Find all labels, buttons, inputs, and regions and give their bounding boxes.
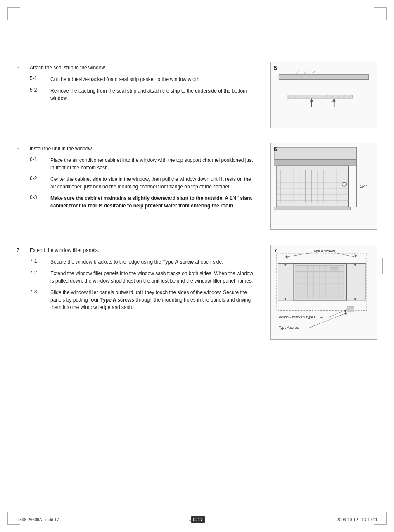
diagram-5-label: 5: [274, 65, 277, 71]
footer-datetime: 2006-10-12 10:19:11: [337, 518, 377, 522]
footer-file: D898-26609A_.indd 17: [17, 518, 59, 522]
substep-6-2-number: 6-2: [30, 176, 50, 190]
section-7-header: 7 Extend the window filler panels.: [17, 245, 254, 253]
svg-text:Type  A  screws: Type A screws: [312, 249, 336, 253]
svg-rect-60: [278, 264, 293, 300]
svg-point-39: [342, 182, 347, 186]
substep-5-2: 5-2 Remove the backing from the seal str…: [17, 87, 254, 102]
substep-7-3-text: Slide the window filler panels outward u…: [50, 289, 254, 311]
substep-6-3-text: Make sure the cabinet maintains a slight…: [50, 195, 254, 209]
section-7-row: 7 Extend the window filler panels. 7-1 S…: [17, 245, 377, 346]
content: 5 Attach the seal strip to the window. 5…: [17, 12, 377, 354]
substep-7-1: 7-1 Secure the window brackets to the le…: [17, 258, 254, 266]
section-6-instructions: 6 Install the unit in the window. 6-1 Pl…: [17, 143, 262, 236]
substep-7-2-number: 7-2: [30, 270, 50, 285]
substep-7-2: 7-2 Extend the window filler panels into…: [17, 270, 254, 285]
footer: D898-26609A_.indd 17 E-17 2006-10-12 10:…: [17, 516, 377, 523]
page: 5 Attach the seal strip to the window. 5…: [0, 0, 394, 532]
svg-rect-59: [330, 268, 338, 271]
svg-point-69: [354, 264, 356, 266]
svg-rect-21: [275, 147, 356, 160]
substep-7-1-text: Secure the window brackets to the ledge …: [50, 258, 223, 266]
svg-line-72: [329, 310, 347, 318]
svg-marker-64: [285, 255, 288, 259]
substep-5-1-text: Cut the adhesive-backed foam seal strip …: [50, 76, 201, 83]
substep-7-1-number: 7-1: [30, 258, 50, 266]
section-5-header: 5 Attach the seal strip to the window.: [17, 62, 254, 71]
diagram-6-label: 6: [274, 146, 277, 152]
svg-point-67: [284, 264, 286, 266]
svg-point-68: [284, 298, 286, 300]
svg-marker-66: [354, 254, 358, 257]
svg-marker-15: [310, 98, 313, 102]
section-6-header: 6 Install the unit in the window.: [17, 143, 254, 152]
section-6-number: 6: [17, 146, 22, 152]
substep-6-1-number: 6-1: [30, 157, 50, 171]
svg-rect-40: [275, 207, 350, 210]
substep-5-2-text: Remove the backing from the seal strip a…: [50, 87, 254, 102]
substep-6-2-text: Center the cabinet side to side in the w…: [50, 176, 254, 190]
svg-rect-61: [347, 264, 366, 300]
diagram-5-box: 5: [270, 62, 377, 128]
svg-marker-17: [332, 98, 336, 102]
diagram-5-col: 5: [262, 62, 377, 135]
section-5-number: 5: [17, 65, 22, 71]
substep-6-1: 6-1 Place the air conditioner cabinet in…: [17, 157, 254, 171]
substep-7-3: 7-3 Slide the window filler panels outwa…: [17, 289, 254, 311]
svg-text:Type  A  screw —: Type A screw —: [279, 325, 304, 330]
diagram-7-box: 7: [270, 245, 377, 340]
substep-7-3-number: 7-3: [30, 289, 50, 311]
substep-5-1: 5-1 Cut the adhesive-backed foam seal st…: [17, 76, 254, 83]
substep-5-2-number: 5-2: [30, 87, 50, 102]
section-7-number: 7: [17, 247, 22, 253]
diagram-6-svg: 1/4": [271, 143, 377, 229]
substep-7-2-text: Extend the window filler panels into the…: [50, 270, 254, 285]
substep-6-1-text: Place the air conditioner cabinet into t…: [50, 157, 254, 171]
page-badge: E-17: [191, 516, 205, 523]
diagram-7-svg: Type A screws Window bracket (: [271, 245, 377, 339]
diagram-7-col: 7: [262, 245, 377, 346]
svg-point-70: [354, 298, 356, 300]
substep-6-2: 6-2 Center the cabinet side to side in t…: [17, 176, 254, 190]
section-5-row: 5 Attach the seal strip to the window. 5…: [17, 62, 377, 135]
svg-marker-77: [345, 313, 347, 316]
diagram-5-svg: [271, 62, 377, 128]
section-5-instructions: 5 Attach the seal strip to the window. 5…: [17, 62, 262, 135]
section-6-title: Install the unit in the window.: [30, 146, 93, 152]
svg-rect-0: [279, 75, 368, 80]
svg-text:1/4": 1/4": [360, 184, 367, 188]
diagram-7-label: 7: [274, 247, 277, 254]
diagram-6-box: 6: [270, 143, 377, 230]
substep-5-1-number: 5-1: [30, 76, 50, 83]
section-5-title: Attach the seal strip to the window.: [30, 65, 106, 71]
svg-text:Window bracket (Type  C ) —: Window bracket (Type C ) —: [279, 315, 323, 319]
substep-6-3-number: 6-3: [30, 195, 50, 209]
section-6-row: 6 Install the unit in the window. 6-1 Pl…: [17, 143, 377, 236]
svg-line-63: [285, 253, 311, 257]
diagram-6-col: 6: [262, 143, 377, 236]
substep-6-3: 6-3 Make sure the cabinet maintains a sl…: [17, 195, 254, 209]
section-7-title: Extend the window filler panels.: [30, 247, 99, 253]
section-7-instructions: 7 Extend the window filler panels. 7-1 S…: [17, 245, 262, 346]
svg-rect-74: [347, 306, 354, 312]
page-number: E-17: [193, 517, 203, 522]
svg-rect-22: [275, 160, 356, 166]
svg-marker-73: [344, 310, 347, 313]
svg-line-65: [335, 253, 356, 257]
